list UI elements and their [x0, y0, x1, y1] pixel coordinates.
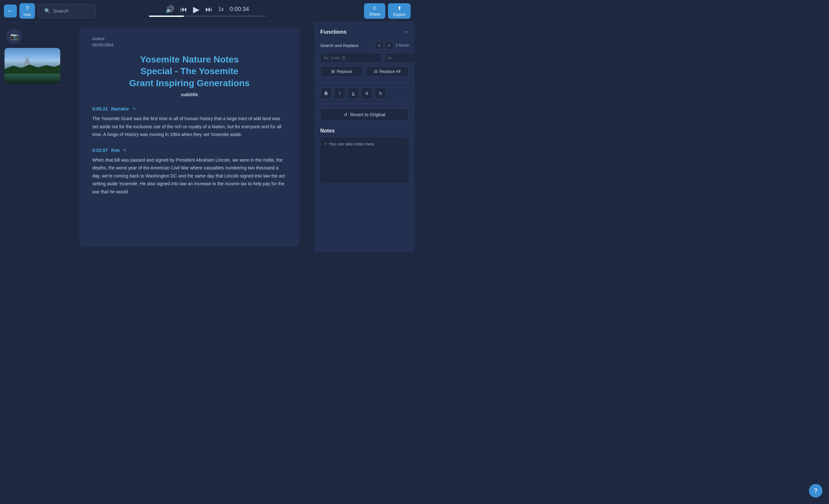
replace-all-icon: ⊟ [374, 69, 377, 74]
sr-nav-controls: < > 0 found [375, 41, 409, 49]
rewind-button[interactable]: ⏮ [180, 6, 187, 13]
format-bold-button[interactable]: B [320, 87, 332, 99]
export-button[interactable]: ⬆ Export [388, 3, 410, 19]
functions-header: Functions → [320, 29, 409, 35]
segment-1-time: 0:00:21 [92, 106, 108, 111]
progress-bar[interactable] [149, 15, 265, 17]
share-button[interactable]: ⎋ Share [364, 3, 386, 19]
transcript-card: Author 06/30/1864 Yosemite Nature Notes … [79, 27, 299, 247]
sr-found-label: 0 found [396, 43, 409, 48]
functions-arrow-icon[interactable]: → [403, 29, 409, 35]
title-line2: Special - The Yosemite [141, 66, 238, 76]
main-layout: 📷 Author 06/30/1864 Yosemite Nature Note… [0, 22, 414, 252]
topbar: ← ? Help 🔍 Search 🔊 ⏮ ▶ ⏭ 1x 0:00:34 ⎋ S… [0, 0, 414, 22]
notes-bullet-item: • You can take notes here. [325, 142, 404, 146]
document-date: 06/30/1864 [92, 42, 287, 47]
center-content: Author 06/30/1864 Yosemite Nature Notes … [65, 22, 314, 252]
replace-icon: ⊞ [331, 69, 335, 74]
playback-controls: 🔊 ⏮ ▶ ⏭ 1x 0:00:34 [166, 5, 249, 13]
segment-1-edit-icon[interactable]: ✎ [133, 107, 136, 111]
speed-label: 1x [218, 6, 224, 12]
replace-button[interactable]: ⊞ Replace [320, 66, 363, 77]
play-button[interactable]: ▶ [193, 5, 200, 13]
export-icon: ⬆ [397, 5, 402, 11]
segment-2-header: 0:01:07 Ken ✎ [92, 148, 287, 153]
notes-section: Notes • You can take notes here. [320, 128, 409, 183]
notes-area[interactable]: • You can take notes here. [320, 138, 409, 183]
help-icon: ? [26, 5, 29, 12]
sr-for-input[interactable] [320, 53, 382, 63]
author-label: Author [92, 36, 287, 41]
format-italic-button[interactable]: i [334, 87, 346, 99]
format-highlight-button[interactable]: h [375, 87, 386, 99]
format-strikethrough-button[interactable]: t̶ [361, 87, 373, 99]
segment-1-text: The Yosemite Grant was the first time in… [92, 115, 287, 139]
search-icon: 🔍 [44, 8, 50, 14]
revert-button[interactable]: ↺ Revert to Original [320, 109, 409, 121]
help-label: Help [24, 13, 31, 16]
progress-fill [149, 15, 184, 17]
title-line1: Yosemite Nature Notes [140, 55, 239, 65]
replace-label: Replace [337, 69, 352, 74]
segment-2: 0:01:07 Ken ✎ When that bill was passed … [92, 148, 287, 196]
search-replace-section: Search and Replace < > 0 found ⊞ Replace… [320, 41, 409, 77]
search-button[interactable]: 🔍 Search [38, 4, 96, 18]
export-label: Export [393, 12, 405, 17]
format-underline-button[interactable]: u [348, 87, 359, 99]
revert-label: Revert to Original [350, 112, 385, 117]
topbar-left: ← ? Help 🔍 Search [4, 3, 96, 19]
segment-1: 0:00:21 Narrator ✎ The Yosemite Grant wa… [92, 106, 287, 139]
divider-2 [320, 104, 409, 104]
video-thumbnail [4, 48, 60, 83]
search-label: Search [53, 8, 69, 13]
share-icon: ⎋ [373, 5, 376, 11]
topbar-right: ⎋ Share ⬆ Export [364, 3, 410, 19]
help-button[interactable]: ? Help [20, 3, 35, 19]
segment-2-edit-icon[interactable]: ✎ [123, 148, 126, 152]
search-replace-text: Search and Replace [320, 43, 358, 48]
title-line3: Grant Inspiring Generations [129, 78, 250, 88]
document-meta: Author 06/30/1864 [92, 36, 287, 47]
document-subtitle: subtitle [92, 92, 287, 97]
topbar-center: 🔊 ⏮ ▶ ⏭ 1x 0:00:34 [149, 5, 265, 17]
notes-bullet-dot: • [325, 142, 326, 146]
back-button[interactable]: ← [4, 4, 17, 17]
sr-to-input[interactable] [384, 53, 414, 63]
replace-all-button[interactable]: ⊟ Replace All [366, 66, 409, 77]
volume-button[interactable]: 🔊 [166, 6, 174, 13]
video-thumb-visual [4, 48, 60, 83]
share-label: Share [369, 12, 381, 16]
forward-button[interactable]: ⏭ [205, 6, 212, 13]
sr-inputs [320, 53, 409, 63]
revert-icon: ↺ [344, 112, 348, 117]
search-replace-label: Search and Replace < > 0 found [320, 41, 409, 49]
segment-2-speaker: Ken [111, 148, 119, 153]
notes-placeholder-text: You can take notes here. [329, 142, 375, 146]
video-off-icon: 📷 [10, 32, 19, 40]
format-buttons: B i u t̶ h [320, 87, 409, 99]
video-toggle-button[interactable]: 📷 [6, 29, 22, 44]
time-label: 0:00:34 [229, 6, 249, 13]
segment-1-header: 0:00:21 Narrator ✎ [92, 106, 287, 111]
left-sidebar: 📷 [0, 22, 65, 252]
segment-2-time: 0:01:07 [92, 148, 108, 153]
replace-all-label: Replace All [380, 69, 401, 74]
functions-title: Functions [320, 29, 347, 35]
sr-prev-button[interactable]: < [375, 41, 384, 49]
segment-1-speaker: Narrator [111, 106, 129, 111]
right-panel: Functions → Search and Replace < > 0 fou… [314, 22, 414, 252]
sr-next-button[interactable]: > [385, 41, 393, 49]
divider-1 [320, 82, 409, 83]
sr-buttons: ⊞ Replace ⊟ Replace All [320, 66, 409, 77]
segment-2-text: When that bill was passed and signed by … [92, 156, 287, 196]
document-title: Yosemite Nature Notes Special - The Yose… [92, 54, 287, 89]
notes-title: Notes [320, 128, 409, 134]
